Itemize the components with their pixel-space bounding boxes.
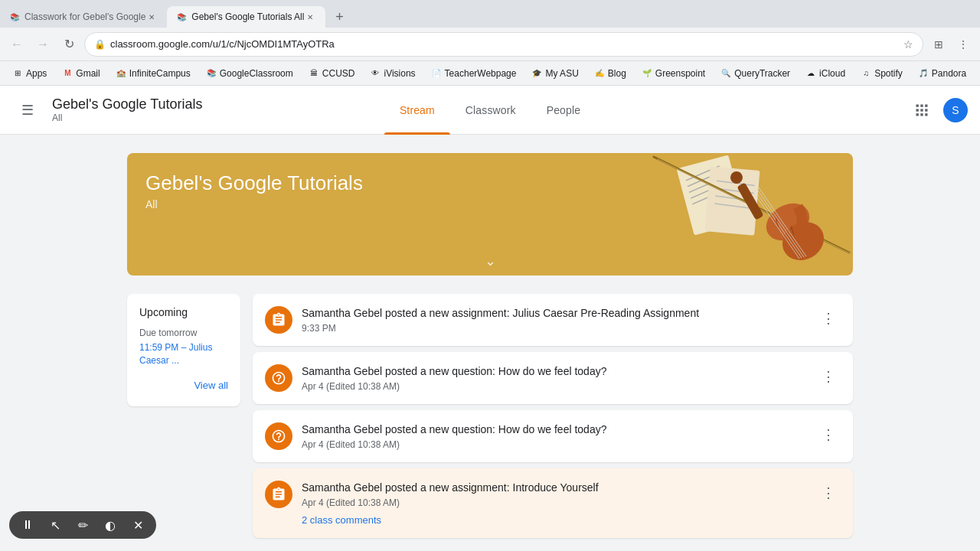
address-bar[interactable]: 🔒 classroom.google.com/u/1/c/NjcOMDI1MTA…: [84, 32, 923, 57]
ccusd-icon: 🏛: [309, 68, 319, 79]
tab-people[interactable]: People: [531, 86, 596, 135]
tab-bar: 📚 Classwork for Gebel's Google ✕ 📚 Gebel…: [0, 0, 980, 28]
bookmark-spotify-label: Spotify: [874, 68, 903, 79]
greenspoint-icon: 🌱: [642, 68, 652, 79]
tab1-favicon: 📚: [9, 11, 20, 22]
tab2-favicon: 📚: [176, 11, 187, 22]
stream-text-3: Samantha Gebel posted a new question: Ho…: [302, 422, 807, 438]
question-icon-3: [265, 422, 292, 450]
forward-button[interactable]: →: [32, 34, 54, 55]
asu-icon: 🎓: [531, 68, 542, 79]
app-header: ☰ Gebel's Google Tutorials All Stream Cl…: [0, 86, 980, 135]
svg-rect-8: [925, 113, 927, 116]
bookmark-icloud[interactable]: ☁ iCloud: [799, 67, 851, 80]
view-all-button[interactable]: View all: [139, 377, 228, 394]
add-tab-button[interactable]: +: [328, 6, 350, 28]
gc-icon: 📚: [206, 68, 217, 79]
stream-more-button-3[interactable]: ⋮: [816, 422, 841, 447]
bookmark-gmail-label: Gmail: [76, 68, 100, 79]
upcoming-card: Upcoming Due tomorrow 11:59 PM – Julius …: [127, 294, 240, 406]
bookmark-blog-label: Blog: [608, 68, 626, 79]
bookmark-googleclassroom[interactable]: 📚 GoogleClassroom: [200, 67, 299, 80]
bookmark-myasu[interactable]: 🎓 My ASU: [525, 67, 584, 80]
bookmark-facebook[interactable]: f Facebook: [975, 67, 980, 80]
bookmark-greenspoint[interactable]: 🌱 Greenspoint: [635, 67, 711, 80]
pen-tool-button[interactable]: ✏: [74, 516, 92, 534]
stream-comments-4[interactable]: 2 class comments: [302, 514, 807, 526]
stream-time-3: Apr 4 (Edited 10:38 AM): [302, 439, 807, 450]
question-icon-2: [265, 364, 292, 392]
bookmark-ivisions[interactable]: 👁 iVisions: [364, 67, 421, 80]
stream-item-2[interactable]: Samantha Gebel posted a new question: Ho…: [253, 352, 853, 404]
hamburger-button[interactable]: ☰: [12, 95, 43, 126]
bookmark-apps[interactable]: ⊞ Apps: [6, 67, 53, 80]
tab2-close[interactable]: ✕: [304, 11, 316, 23]
stream-more-button-2[interactable]: ⋮: [816, 364, 841, 389]
hero-illustration: ƒ ƒ: [454, 153, 853, 276]
app-logo-area: Gebel's Google Tutorials All: [52, 96, 203, 123]
svg-rect-3: [916, 109, 919, 111]
extensions-icon[interactable]: ⊞: [928, 34, 949, 55]
bookmark-teacherwebpage[interactable]: 📄 TeacherWebpage: [425, 67, 523, 80]
reload-button[interactable]: ↻: [58, 34, 80, 55]
stream-item-4[interactable]: Samantha Gebel posted a new assignment: …: [253, 468, 853, 538]
bookmark-qt-label: QueryTracker: [734, 68, 790, 79]
svg-rect-6: [916, 113, 919, 116]
tab1-close[interactable]: ✕: [145, 11, 158, 23]
bookmark-asu-label: My ASU: [545, 68, 578, 79]
pandora-icon: 🎵: [918, 68, 929, 79]
bookmark-infinitecampus[interactable]: 🏫 InfiniteCampus: [109, 67, 197, 80]
bookmark-spotify[interactable]: ♫ Spotify: [854, 67, 909, 80]
stream-column: Samantha Gebel posted a new assignment: …: [253, 294, 853, 538]
stream-body-2: Samantha Gebel posted a new question: Ho…: [302, 364, 807, 392]
bookmark-gc-label: GoogleClassroom: [220, 68, 293, 79]
bookmark-tw-label: TeacherWebpage: [445, 68, 517, 79]
bookmark-querytracker[interactable]: 🔍 QueryTracker: [714, 67, 796, 80]
stream-text-1: Samantha Gebel posted a new assignment: …: [302, 306, 807, 321]
user-avatar[interactable]: S: [943, 98, 968, 122]
lock-icon: 🔒: [94, 39, 106, 50]
bookmark-ivisions-label: iVisions: [384, 68, 415, 79]
bottom-toolbar: ⏸ ↖ ✏ ◐ ✕: [9, 511, 156, 539]
bookmark-ccusd[interactable]: 🏛 CCUSD: [302, 67, 361, 80]
bookmark-greenspoint-label: Greenspoint: [655, 68, 705, 79]
hero-text-area: Gebel's Google Tutorials All: [127, 153, 381, 229]
browser-tab-2[interactable]: 📚 Gebel's Google Tutorials All ✕: [167, 6, 325, 28]
bookmark-pandora-label: Pandora: [932, 68, 966, 79]
content-columns: Upcoming Due tomorrow 11:59 PM – Julius …: [127, 294, 853, 538]
bookmarks-bar: ⊞ Apps M Gmail 🏫 InfiniteCampus 📚 Google…: [0, 61, 980, 86]
svg-rect-1: [920, 104, 923, 106]
bookmark-blog[interactable]: ✍ Blog: [588, 67, 632, 80]
stream-more-button-4[interactable]: ⋮: [816, 481, 841, 505]
svg-rect-7: [920, 113, 923, 116]
grid-apps-button[interactable]: [906, 95, 937, 126]
bookmark-apps-label: Apps: [26, 68, 47, 79]
stream-body-4: Samantha Gebel posted a new assignment: …: [302, 481, 807, 526]
arrow-tool-button[interactable]: ↖: [46, 516, 64, 534]
close-toolbar-button[interactable]: ✕: [129, 516, 147, 534]
bookmark-ic-label: InfiniteCampus: [129, 68, 191, 79]
menu-icon[interactable]: ⋮: [952, 34, 974, 55]
browser-tab-1[interactable]: 📚 Classwork for Gebel's Google ✕: [0, 6, 167, 28]
hero-title: Gebel's Google Tutorials: [145, 171, 363, 195]
eraser-tool-button[interactable]: ◐: [101, 516, 119, 534]
pause-button[interactable]: ⏸: [18, 516, 37, 534]
back-button[interactable]: ←: [6, 34, 28, 55]
stream-item-1[interactable]: Samantha Gebel posted a new assignment: …: [253, 294, 853, 346]
upcoming-panel: Upcoming Due tomorrow 11:59 PM – Julius …: [127, 294, 240, 538]
stream-item-3[interactable]: Samantha Gebel posted a new question: Ho…: [253, 410, 853, 462]
apps-icon: ⊞: [12, 68, 23, 79]
blog-icon: ✍: [594, 68, 605, 79]
stream-more-button-1[interactable]: ⋮: [816, 306, 841, 331]
upcoming-item-text: 11:59 PM – Julius Caesar ...: [139, 341, 228, 367]
main-content: Gebel's Google Tutorials All: [0, 135, 980, 551]
spotify-icon: ♫: [861, 68, 871, 79]
chevron-down-icon[interactable]: ⌄: [485, 253, 496, 269]
bookmark-pandora[interactable]: 🎵 Pandora: [912, 67, 972, 80]
tab-stream[interactable]: Stream: [384, 86, 450, 135]
bookmark-gmail[interactable]: M Gmail: [56, 67, 106, 80]
svg-rect-2: [925, 104, 927, 106]
star-icon: ☆: [903, 38, 913, 51]
tab-classwork[interactable]: Classwork: [450, 86, 531, 135]
stream-body-1: Samantha Gebel posted a new assignment: …: [302, 306, 807, 334]
